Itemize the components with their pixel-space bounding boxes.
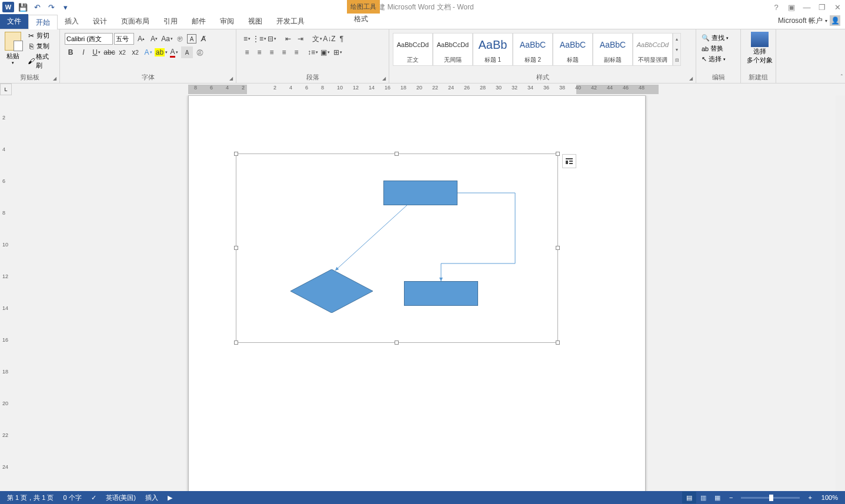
clear-formatting-button[interactable]: A̸: [198, 33, 209, 45]
char-shading-button[interactable]: A: [181, 46, 193, 58]
zoom-in-button[interactable]: +: [803, 494, 816, 501]
layout-options-button[interactable]: [562, 154, 576, 168]
copy-button[interactable]: ⎘复制: [25, 41, 57, 51]
tab-mailings[interactable]: 邮件: [185, 14, 213, 29]
style-heading2[interactable]: AaBbC标题 2: [513, 33, 553, 66]
page[interactable]: [188, 95, 646, 504]
view-read-mode-button[interactable]: ▤: [682, 492, 696, 503]
help-icon[interactable]: ?: [771, 2, 781, 12]
distributed-button[interactable]: ≡: [290, 46, 302, 58]
redo-icon[interactable]: ↷: [45, 1, 58, 13]
shape-diamond[interactable]: [290, 269, 373, 313]
shrink-font-button[interactable]: A▾: [148, 33, 160, 45]
phonetic-guide-button[interactable]: ㊥: [174, 33, 186, 45]
drawing-canvas[interactable]: [236, 153, 558, 343]
close-icon[interactable]: ✕: [832, 2, 843, 12]
tab-developer[interactable]: 开发工具: [269, 14, 312, 29]
qat-customize-icon[interactable]: ▾: [59, 1, 72, 13]
restore-icon[interactable]: ❐: [817, 2, 827, 12]
font-name-combo[interactable]: [65, 33, 113, 45]
underline-button[interactable]: U: [91, 46, 102, 58]
style-heading1[interactable]: AaBb标题 1: [473, 33, 513, 66]
select-objects-button[interactable]: 选择 多个对象: [743, 31, 776, 66]
italic-button[interactable]: I: [78, 46, 89, 58]
multilevel-button[interactable]: ⊟: [266, 33, 278, 45]
grow-font-button[interactable]: A▴: [135, 33, 147, 45]
superscript-button[interactable]: x2: [129, 46, 141, 58]
format-painter-button[interactable]: 🖌格式刷: [25, 52, 57, 71]
enclose-char-button[interactable]: ㊣: [194, 46, 206, 58]
macro-icon[interactable]: ▶: [163, 494, 177, 502]
page-number-status[interactable]: 第 1 页，共 1 页: [2, 493, 58, 502]
tab-layout[interactable]: 页面布局: [114, 14, 156, 29]
zoom-thumb[interactable]: [769, 495, 773, 501]
strikethrough-button[interactable]: abc: [103, 46, 115, 58]
tab-insert[interactable]: 插入: [58, 14, 86, 29]
show-marks-button[interactable]: ¶: [336, 33, 348, 45]
style-subtle-emphasis[interactable]: AaBbCcDd不明显强调: [633, 33, 673, 66]
word-count-status[interactable]: 0 个字: [58, 493, 86, 502]
account-menu[interactable]: Microsoft 帐户 ▾ 👤: [778, 15, 840, 26]
tab-file[interactable]: 文件: [0, 14, 28, 29]
resize-handle[interactable]: [556, 152, 560, 156]
connector-elbow[interactable]: [441, 193, 515, 281]
resize-handle[interactable]: [556, 246, 560, 250]
align-left-button[interactable]: ≡: [241, 46, 253, 58]
shape-rectangle[interactable]: [404, 281, 478, 306]
resize-handle[interactable]: [234, 152, 238, 156]
tab-review[interactable]: 审阅: [213, 14, 241, 29]
style-normal[interactable]: AaBbCcDd正文: [393, 33, 433, 66]
vertical-scrollbar[interactable]: [836, 95, 845, 504]
connector-line[interactable]: [335, 205, 407, 271]
highlight-button[interactable]: ab: [155, 46, 167, 58]
decrease-indent-button[interactable]: ⇤: [282, 33, 294, 45]
tab-format[interactable]: 格式: [347, 14, 375, 24]
clipboard-launcher[interactable]: ◢: [51, 75, 58, 82]
style-no-spacing[interactable]: AaBbCcDd无间隔: [433, 33, 473, 66]
styles-scroll[interactable]: ▴▾⊟: [673, 33, 681, 66]
font-launcher[interactable]: ◢: [228, 75, 235, 82]
insert-mode-status[interactable]: 插入: [141, 493, 163, 502]
zoom-level[interactable]: 100%: [817, 494, 843, 501]
collapse-ribbon-button[interactable]: ˆ: [841, 74, 843, 81]
sort-button[interactable]: A↓Z: [323, 33, 335, 45]
minimize-icon[interactable]: —: [801, 2, 812, 12]
resize-handle[interactable]: [395, 152, 399, 156]
save-icon[interactable]: 💾: [16, 1, 29, 13]
cut-button[interactable]: ✂剪切: [25, 31, 57, 41]
spell-check-icon[interactable]: ✓: [86, 494, 101, 502]
char-border-button[interactable]: A: [187, 34, 196, 44]
borders-button[interactable]: ⊞: [332, 46, 343, 58]
style-subtitle[interactable]: AaBbC副标题: [593, 33, 633, 66]
view-web-layout-button[interactable]: ▦: [710, 492, 724, 503]
bullets-button[interactable]: ≡: [241, 33, 253, 45]
text-effects-button[interactable]: A: [142, 46, 154, 58]
language-status[interactable]: 英语(美国): [101, 493, 141, 502]
tab-references[interactable]: 引用: [156, 14, 185, 29]
line-spacing-button[interactable]: ↕≡: [307, 46, 319, 58]
find-button[interactable]: 🔍查找▾: [700, 33, 730, 43]
tab-view[interactable]: 视图: [241, 14, 269, 29]
resize-handle[interactable]: [234, 341, 238, 345]
bold-button[interactable]: B: [65, 46, 76, 58]
paste-button[interactable]: 粘贴 ▾: [2, 31, 24, 66]
align-center-button[interactable]: ≡: [253, 46, 265, 58]
style-title[interactable]: AaBbC标题: [553, 33, 593, 66]
resize-handle[interactable]: [556, 341, 560, 345]
paragraph-launcher[interactable]: ◢: [380, 75, 388, 82]
shape-rectangle[interactable]: [383, 181, 457, 205]
asian-layout-button[interactable]: 文: [311, 33, 323, 45]
styles-launcher[interactable]: ◢: [687, 75, 694, 82]
align-right-button[interactable]: ≡: [266, 46, 278, 58]
shading-button[interactable]: ▣: [319, 46, 331, 58]
tab-home[interactable]: 开始: [28, 15, 58, 29]
justify-button[interactable]: ≡: [278, 46, 290, 58]
subscript-button[interactable]: x2: [116, 46, 128, 58]
resize-handle[interactable]: [395, 341, 399, 345]
font-color-button[interactable]: A: [168, 46, 180, 58]
ribbon-display-icon[interactable]: ▣: [786, 2, 797, 12]
font-size-combo[interactable]: [114, 33, 134, 45]
resize-handle[interactable]: [234, 246, 238, 250]
view-print-layout-button[interactable]: ▥: [696, 492, 710, 503]
replace-button[interactable]: ab替换: [700, 44, 730, 54]
